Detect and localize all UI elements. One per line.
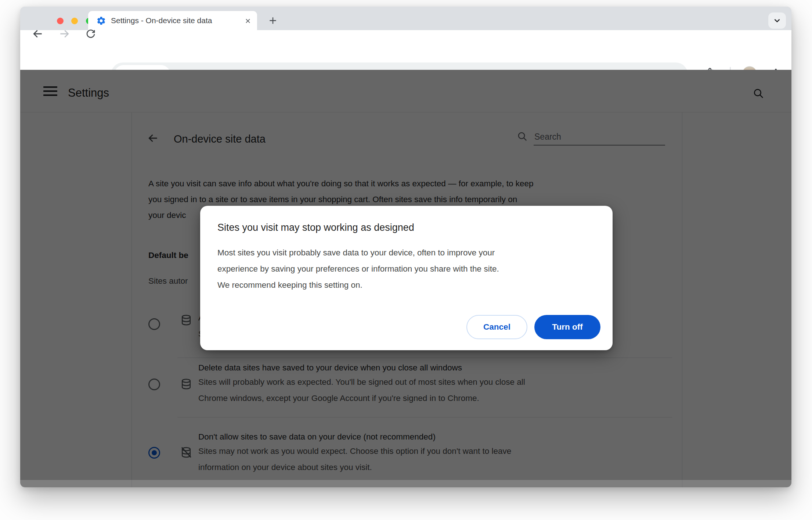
tab-search-button[interactable]	[768, 12, 786, 29]
cancel-button[interactable]: Cancel	[466, 315, 527, 339]
dialog-actions: Cancel Turn off	[466, 315, 600, 339]
tab-settings[interactable]: Settings - On-device site data	[88, 11, 257, 30]
browser-window: Settings - On-device site data	[20, 7, 791, 487]
new-tab-button[interactable]	[266, 13, 280, 28]
tab-strip: Settings - On-device site data	[20, 7, 791, 30]
settings-page: Settings On-device site data Search A si…	[20, 70, 791, 487]
gear-icon	[96, 16, 106, 26]
window-close-button[interactable]	[57, 18, 64, 24]
dialog-title: Sites you visit may stop working as desi…	[217, 222, 414, 233]
confirm-dialog: Sites you visit may stop working as desi…	[200, 206, 613, 350]
tab-close-icon[interactable]	[243, 16, 253, 26]
chevron-down-icon	[772, 16, 782, 25]
turn-off-button[interactable]: Turn off	[534, 315, 600, 339]
back-arrow-icon[interactable]	[29, 25, 47, 43]
window-minimize-button[interactable]	[71, 18, 78, 24]
reload-icon[interactable]	[82, 25, 100, 43]
tab-title: Settings - On-device site data	[111, 16, 232, 25]
forward-arrow-icon[interactable]	[55, 25, 73, 43]
dialog-body: Most sites you visit probably save data …	[217, 245, 499, 293]
browser-toolbar: Chrome chrome://settings/content/siteDat…	[20, 30, 791, 70]
